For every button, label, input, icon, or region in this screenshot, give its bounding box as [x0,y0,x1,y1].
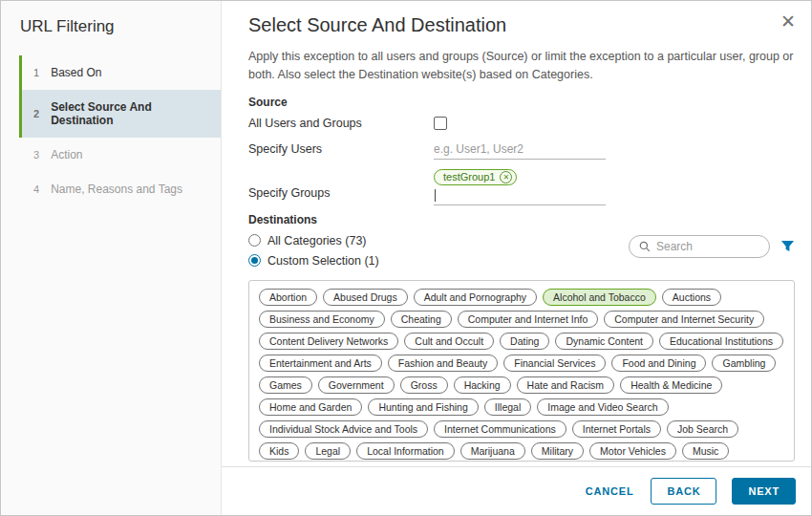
cancel-button[interactable]: CANCEL [584,479,636,504]
specify-users-input[interactable] [434,140,606,160]
back-button[interactable]: BACK [651,478,716,505]
category-chip[interactable]: Computer and Internet Info [458,311,599,328]
category-chip[interactable]: Marijuana [460,442,525,460]
category-chip[interactable]: Alcohol and Tobacco [543,289,656,306]
page-title: Select Source And Destination [248,14,795,36]
custom-selection-label: Custom Selection (1) [267,254,379,268]
step-based-on[interactable]: 1 Based On [19,55,221,90]
specify-users-row: Specify Users [248,140,795,160]
step-number: 2 [33,108,39,119]
category-chips: AbortionAbused DrugsAdult and Pornograph… [248,280,795,462]
step-name-reasons-tags: 4 Name, Reasons and Tags [19,172,221,206]
radio-custom-selection[interactable]: Custom Selection (1) [248,254,379,268]
remove-tag-icon[interactable]: ✕ [500,171,512,183]
category-chip[interactable]: Legal [305,442,351,460]
destination-radios: All Categories (73) Custom Selection (1) [248,234,379,274]
radio-selected-icon[interactable] [248,254,261,267]
step-content: Select Source And Destination ✕ Apply th… [222,1,811,466]
category-chip[interactable]: Entertainment and Arts [259,355,382,372]
category-chip[interactable]: Home and Garden [259,398,362,416]
wizard-steps: 1 Based On 2 Select Source And Destinati… [1,55,221,206]
step-label: Select Source And Destination [51,100,209,127]
destinations-heading: Destinations [248,213,795,226]
category-chip[interactable]: Illegal [484,398,531,416]
category-chip[interactable]: Abortion [259,289,317,306]
category-chip[interactable]: Gambling [712,355,776,372]
category-chip[interactable]: Cheating [391,311,452,328]
category-chip[interactable]: Hacking [454,376,511,394]
category-chip[interactable]: Games [259,376,312,394]
category-chip[interactable]: Individual Stock Advice and Tools [259,420,428,438]
all-categories-label: All Categories (73) [267,234,367,247]
category-chip[interactable]: Fashion and Beauty [388,355,498,372]
category-chip[interactable]: Content Delivery Networks [259,333,398,350]
category-search-area [629,235,795,258]
source-heading: Source [248,96,795,109]
step-label: Name, Reasons and Tags [51,183,182,196]
step-number: 1 [33,67,39,78]
category-chip[interactable]: Health & Medicine [620,376,722,394]
text-cursor [435,189,436,202]
step-label: Action [51,148,82,161]
destinations-options-row: All Categories (73) Custom Selection (1) [248,234,795,274]
step-number: 3 [33,149,39,161]
category-chip[interactable]: Auctions [662,289,721,306]
wizard-main-panel: Select Source And Destination ✕ Apply th… [222,1,811,515]
radio-all-categories[interactable]: All Categories (73) [248,234,379,247]
category-chip[interactable]: Business and Economy [259,311,385,328]
category-chip[interactable]: Dating [500,333,549,350]
group-tag: testGroup1 ✕ [434,169,517,185]
specify-groups-row: Specify Groups testGroup1 ✕ [248,169,795,205]
step-number: 4 [33,183,39,195]
radio-unselected-icon[interactable] [248,234,261,247]
category-chip[interactable]: Government [318,376,395,394]
all-users-row: All Users and Groups [248,117,795,130]
category-chip[interactable]: Music [682,442,729,460]
category-chip[interactable]: Gross [400,376,448,394]
step-label: Based On [51,66,101,79]
step-description: Apply this exception to all users and gr… [248,48,795,84]
category-search-box[interactable] [629,235,770,258]
category-chip[interactable]: Financial Services [503,355,606,372]
category-chip[interactable]: Adult and Pornography [414,289,537,306]
category-chip[interactable]: Internet Portals [572,420,661,438]
search-icon [639,241,651,252]
step-action: 3 Action [19,138,221,172]
category-chip[interactable]: Local Information [356,442,455,460]
search-input[interactable] [656,240,759,253]
category-chip[interactable]: Image and Video Search [537,398,668,416]
category-chip[interactable]: Educational Institutions [659,333,783,350]
next-button[interactable]: NEXT [732,478,796,505]
close-icon[interactable]: ✕ [780,12,796,31]
group-tag-label: testGroup1 [443,171,495,183]
wizard-footer: CANCEL BACK NEXT [222,466,811,515]
all-users-checkbox[interactable] [434,117,447,130]
category-chip[interactable]: Kids [259,442,299,460]
step-select-source-destination[interactable]: 2 Select Source And Destination [19,90,221,138]
category-chip[interactable]: Dynamic Content [555,333,653,350]
category-chip[interactable]: Internet Communications [434,420,566,438]
category-chip[interactable]: Computer and Internet Security [604,311,764,328]
category-chip[interactable]: Military [531,442,584,460]
category-chip[interactable]: Hunting and Fishing [368,398,478,416]
specify-users-label: Specify Users [248,142,434,156]
category-chip[interactable]: Job Search [667,420,738,438]
specify-groups-label: Specify Groups [248,186,434,205]
category-chip[interactable]: Hate and Racism [517,376,615,394]
category-chip[interactable]: Food and Dining [611,355,706,372]
wizard-sidebar: URL Filtering 1 Based On 2 Select Source… [1,1,222,515]
filter-icon[interactable] [780,239,795,253]
wizard-title: URL Filtering [1,1,221,55]
specify-groups-input[interactable]: testGroup1 ✕ [434,169,606,205]
all-users-label: All Users and Groups [248,117,434,130]
category-chip[interactable]: Abused Drugs [323,289,408,306]
category-chip[interactable]: Cult and Occult [404,333,494,350]
category-chip[interactable]: Motor Vehicles [589,442,676,460]
